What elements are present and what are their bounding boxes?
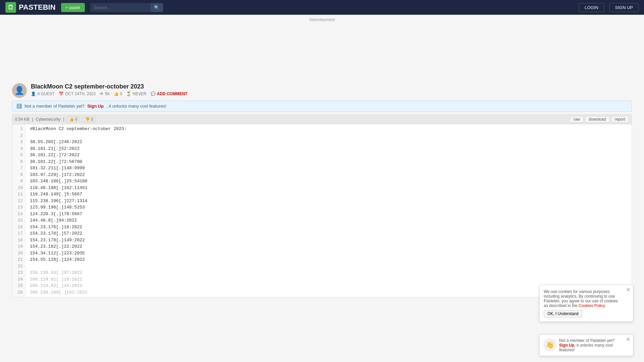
code-line: 156.236.64[.]97:2022 xyxy=(30,269,628,276)
line-number: 17 xyxy=(15,230,23,237)
code-line: 110.249.149[.]5:5667 xyxy=(30,191,628,198)
line-number: 10 xyxy=(15,185,23,191)
thumbsup-icon: 👍 xyxy=(69,117,74,122)
download-button[interactable]: download xyxy=(585,116,609,123)
code-line: 154.23.176[.]18:2022 xyxy=(30,224,628,231)
info-icon: ℹ️ xyxy=(16,104,22,109)
code-line xyxy=(30,263,628,270)
line-number: 15 xyxy=(15,217,23,224)
code-line: 154.23.182[.]22:2022 xyxy=(30,243,628,250)
new-paste-button[interactable]: + paste xyxy=(61,3,85,12)
meta-date: 📅 OCT 24TH, 2023 xyxy=(59,92,96,96)
paste-meta: 👤 A GUEST 📅 OCT 24TH, 2023 👁 56 👍 0 ⏳ xyxy=(31,92,632,96)
paste-header: 👤 BlackMoon C2 september-october 2023 👤 … xyxy=(12,82,632,98)
search-area: 🔍 xyxy=(90,3,163,12)
search-button[interactable]: 🔍 xyxy=(151,3,163,12)
meta-comment[interactable]: 💬 ADD COMMENT xyxy=(151,92,187,96)
paste-title: BlackMoon C2 september-october 2023 xyxy=(31,83,632,90)
eye-icon: 👁 xyxy=(100,92,104,96)
meta-author: 👤 A GUEST xyxy=(31,92,55,96)
ad-area: Advertisement xyxy=(0,15,644,82)
line-number: 2 xyxy=(15,132,23,139)
logo-icon: 🗒 xyxy=(5,2,16,13)
code-line: 154.23.178[.]149:2022 xyxy=(30,237,628,244)
logo-area[interactable]: 🗒 PASTEBIN xyxy=(5,2,56,13)
code-line: 38.181.21[.]52:2022 xyxy=(30,145,628,152)
line-number: 19 xyxy=(15,243,23,250)
code-line: 206.238.189[.]162:2022 xyxy=(30,289,628,296)
line-number: 21 xyxy=(15,256,23,263)
category: Cybersecurity xyxy=(36,117,60,122)
add-comment-link[interactable]: ADD COMMENT xyxy=(157,92,187,96)
like-count: 0 xyxy=(75,117,77,122)
separator: | xyxy=(32,117,33,122)
line-number: 13 xyxy=(15,204,23,211)
code-line: 115.238.196[.]227:1314 xyxy=(30,198,628,204)
signup-button[interactable]: SIGN UP xyxy=(609,3,639,12)
code-line: 38.181.22[.]72:56700 xyxy=(30,159,628,165)
separator2: | xyxy=(63,117,64,122)
code-line: 206.119.81[.]10:2022 xyxy=(30,276,628,283)
dislike-count: 0 xyxy=(91,117,93,122)
code-line: 38.181.22[.]72:2022 xyxy=(30,152,628,159)
code-block[interactable]: 1234567891011121314151617181920212223242… xyxy=(12,124,632,297)
line-number: 26 xyxy=(15,289,23,296)
like-button[interactable]: 👍 0 xyxy=(67,116,80,122)
code-content: #BlackMoon C2 september-october 2023: 38… xyxy=(26,124,632,297)
report-button[interactable]: report xyxy=(611,116,629,123)
thumbsup-icon: 👍 xyxy=(114,92,119,96)
dislike-button[interactable]: 👎 0 xyxy=(83,116,96,122)
info-signup-link[interactable]: Sign Up xyxy=(87,104,104,109)
line-number: 7 xyxy=(15,165,23,172)
line-number: 8 xyxy=(15,172,23,178)
cookie-close-button[interactable]: ✕ xyxy=(626,287,630,293)
code-line: #BlackMoon C2 september-october 2023: xyxy=(30,126,628,132)
code-line: 206.119.82[.]44:2022 xyxy=(30,283,628,289)
code-toolbar: 0.54 KB | Cybersecurity | 👍 0 👎 0 raw do… xyxy=(12,114,632,124)
ad-label: Advertisement xyxy=(309,17,335,22)
meta-expire: ⏳ NEVER xyxy=(126,92,146,96)
code-line: 124.220.3[.]178:5667 xyxy=(30,211,628,218)
raw-button[interactable]: raw xyxy=(570,116,584,123)
code-line: 144.48.8[.]94:2022 xyxy=(30,217,628,224)
cookie-notice: ✕ We use cookies for various purposes in… xyxy=(539,285,633,297)
avatar: 👤 xyxy=(12,83,27,98)
logo-text: PASTEBIN xyxy=(19,3,56,12)
line-number: 12 xyxy=(15,198,23,204)
line-number: 25 xyxy=(15,283,23,289)
code-actions: raw download report xyxy=(570,116,629,123)
views-text: 56 xyxy=(105,92,109,96)
line-number: 16 xyxy=(15,224,23,231)
line-number: 5 xyxy=(15,152,23,159)
header: 🗒 PASTEBIN + paste 🔍 LOGIN SIGN UP xyxy=(0,0,644,15)
info-text: Not a member of Pastebin yet? xyxy=(24,104,85,109)
expire-text: NEVER xyxy=(132,92,146,96)
code-line: 101.32.211[.]148:9999 xyxy=(30,165,628,172)
hourglass-icon: ⏳ xyxy=(126,92,131,96)
code-line: 154.34.112[.]223:2035 xyxy=(30,250,628,257)
code-line xyxy=(30,132,628,139)
code-lines: 1234567891011121314151617181920212223242… xyxy=(12,124,632,297)
comment-icon: 💬 xyxy=(151,92,156,96)
line-number: 22 xyxy=(15,263,23,270)
main-content: 👤 BlackMoon C2 september-october 2023 👤 … xyxy=(7,82,637,297)
thumbsdown-icon: 👎 xyxy=(85,117,90,122)
code-line: 154.55.128[.]124:2022 xyxy=(30,256,628,263)
info-bar: ℹ️ Not a member of Pastebin yet? Sign Up… xyxy=(12,101,632,112)
code-line: 123.99.198[.]148:5253 xyxy=(30,204,628,211)
line-numbers: 1234567891011121314151617181920212223242… xyxy=(12,124,26,297)
login-button[interactable]: LOGIN xyxy=(579,3,604,12)
line-number: 14 xyxy=(15,211,23,218)
line-number: 9 xyxy=(15,178,23,185)
author-text: A GUEST xyxy=(37,92,55,96)
line-number: 20 xyxy=(15,250,23,257)
line-number: 4 xyxy=(15,145,23,152)
file-size: 0.54 KB xyxy=(15,117,30,122)
likes-text: 0 xyxy=(120,92,122,96)
search-input[interactable] xyxy=(90,3,151,12)
cookie-text: We use cookies for various purposes incl… xyxy=(544,289,618,297)
line-number: 18 xyxy=(15,237,23,244)
line-number: 6 xyxy=(15,159,23,165)
code-line: 103.148.186[.]25:54188 xyxy=(30,178,628,185)
paste-info: BlackMoon C2 september-october 2023 👤 A … xyxy=(31,83,632,96)
